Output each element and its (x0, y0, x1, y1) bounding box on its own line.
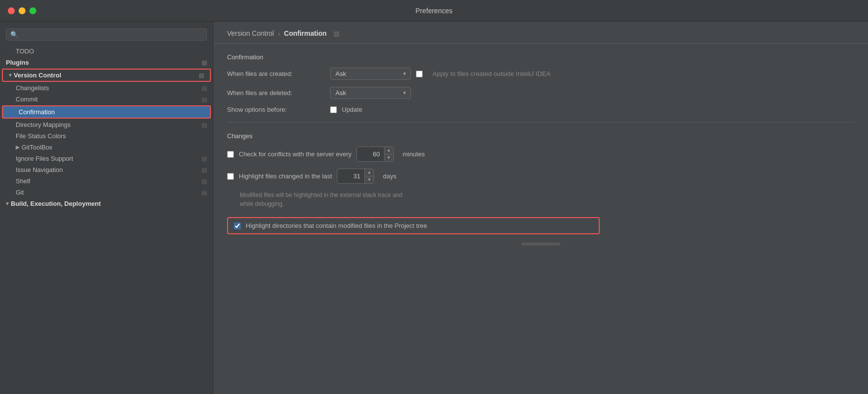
sidebar-item-commit[interactable]: Commit ▤ (0, 94, 213, 105)
issue-navigation-icon: ▤ (202, 167, 207, 173)
show-options-label: Show options before: (227, 106, 325, 113)
when-created-row: When files are created: Ask Add silently… (227, 68, 854, 80)
conflict-check-unit: minutes (403, 150, 425, 158)
sidebar-item-gittoolbox[interactable]: ▶ GitToolBox (0, 142, 213, 153)
sidebar-item-ignore-files-label: Ignore Files Support (16, 155, 73, 162)
apply-outside-label: Apply to files created outside IntelliJ … (433, 70, 551, 77)
highlight-changed-spinner-buttons: ▲ ▼ (364, 169, 374, 183)
section-divider (227, 122, 854, 123)
scroll-indicator (521, 243, 561, 246)
sidebar: 🔍 TODO Plugins ▤ ▾ Version Control ▤ Cha… (0, 22, 213, 394)
breadcrumb-settings-icon: ▤ (333, 30, 339, 37)
sidebar-item-directory-mappings[interactable]: Directory Mappings ▤ (0, 119, 213, 130)
sidebar-item-file-status-colors-label: File Status Colors (16, 132, 66, 140)
when-deleted-row: When files are deleted: Ask Remove silen… (227, 87, 854, 99)
version-control-settings-icon: ▤ (199, 72, 204, 79)
highlight-dirs-label: Highlight directories that contain modif… (246, 222, 427, 229)
highlight-changed-value[interactable] (337, 171, 364, 181)
minimize-button[interactable] (19, 7, 26, 14)
changelists-icon: ▤ (202, 85, 207, 92)
sidebar-item-plugins[interactable]: Plugins ▤ (0, 57, 213, 68)
conflict-check-increment[interactable]: ▲ (384, 147, 393, 154)
show-options-checkbox[interactable] (330, 106, 337, 113)
maximize-button[interactable] (29, 7, 36, 14)
conflict-check-value[interactable] (357, 149, 384, 159)
hint-line1: Modified files will be highlighted in th… (240, 192, 403, 198)
directory-mappings-icon: ▤ (202, 122, 207, 128)
conflict-check-spinner-buttons: ▲ ▼ (384, 147, 393, 161)
close-button[interactable] (8, 7, 15, 14)
when-created-label: When files are created: (227, 70, 325, 77)
highlight-changed-unit: days (383, 172, 396, 180)
build-chevron: ▾ (6, 200, 9, 207)
sidebar-item-version-control-label: Version Control (14, 72, 61, 79)
sidebar-item-confirmation-label: Confirmation (19, 108, 55, 116)
highlight-hint: Modified files will be highlighted in th… (240, 191, 495, 208)
hint-line2: while debugging. (240, 200, 284, 207)
sidebar-item-shelf-label: Shelf (16, 177, 30, 185)
when-deleted-select[interactable]: Ask Remove silently Do not remove (330, 87, 411, 99)
sidebar-item-changelists-label: Changelists (16, 84, 49, 92)
highlight-changed-row: Highlight files changed in the last ▲ ▼ … (227, 169, 854, 184)
content-area: Version Control › Confirmation ▤ Confirm… (213, 22, 868, 394)
search-input[interactable] (21, 31, 203, 38)
version-control-chevron: ▾ (9, 72, 12, 78)
conflict-check-checkbox[interactable] (227, 151, 234, 158)
show-options-checkbox-label: Update (342, 106, 362, 113)
highlight-changed-spinner[interactable]: ▲ ▼ (337, 169, 374, 184)
commit-icon: ▤ (202, 96, 207, 103)
breadcrumb-current: Confirmation (284, 29, 327, 37)
search-bar[interactable]: 🔍 (6, 28, 207, 41)
git-icon: ▤ (202, 189, 207, 196)
when-created-select-wrapper[interactable]: Ask Add silently Do not add ▼ (330, 68, 411, 80)
sidebar-item-plugins-label: Plugins (6, 59, 29, 66)
bottom-scroll-area (227, 234, 854, 254)
gittoolbox-chevron: ▶ (16, 144, 20, 150)
main-layout: 🔍 TODO Plugins ▤ ▾ Version Control ▤ Cha… (0, 22, 868, 394)
shelf-icon: ▤ (202, 178, 207, 185)
sidebar-item-build-execution-deployment[interactable]: ▾ Build, Execution, Deployment (0, 198, 213, 209)
conflict-check-decrement[interactable]: ▼ (384, 154, 393, 161)
highlight-dirs-row: Highlight directories that contain modif… (227, 217, 600, 234)
sidebar-item-changelists[interactable]: Changelists ▤ (0, 82, 213, 94)
sidebar-item-issue-navigation-label: Issue Navigation (16, 166, 63, 173)
apply-outside-checkbox[interactable] (416, 71, 423, 77)
sidebar-item-confirmation[interactable]: Confirmation (2, 105, 211, 119)
highlight-dirs-checkbox[interactable] (234, 222, 241, 229)
search-icon: 🔍 (10, 31, 18, 38)
sidebar-item-version-control[interactable]: ▾ Version Control ▤ (2, 69, 211, 82)
conflict-check-row: Check for conflicts with the server ever… (227, 147, 854, 162)
when-deleted-label: When files are deleted: (227, 89, 325, 97)
highlight-changed-checkbox[interactable] (227, 173, 234, 180)
highlight-changed-decrement[interactable]: ▼ (365, 176, 374, 183)
sidebar-item-ignore-files-support[interactable]: Ignore Files Support ▤ (0, 153, 213, 164)
confirmation-section-title: Confirmation (227, 53, 854, 61)
highlight-changed-label: Highlight files changed in the last (239, 172, 332, 180)
sidebar-item-commit-label: Commit (16, 96, 38, 103)
when-created-select[interactable]: Ask Add silently Do not add (330, 68, 411, 80)
breadcrumb-separator: › (278, 30, 280, 37)
sidebar-item-todo[interactable]: TODO (0, 46, 213, 57)
conflict-check-spinner[interactable]: ▲ ▼ (357, 147, 394, 162)
conflict-check-label: Check for conflicts with the server ever… (239, 150, 352, 158)
content-header: Version Control › Confirmation ▤ (213, 22, 868, 44)
plugins-settings-icon: ▤ (202, 59, 207, 66)
highlight-changed-increment[interactable]: ▲ (365, 169, 374, 176)
changes-section-title: Changes (227, 132, 854, 140)
sidebar-item-gittoolbox-label: GitToolBox (22, 144, 52, 151)
sidebar-item-issue-navigation[interactable]: Issue Navigation ▤ (0, 164, 213, 175)
sidebar-item-git-label: Git (16, 189, 24, 196)
sidebar-item-shelf[interactable]: Shelf ▤ (0, 175, 213, 187)
breadcrumb-parent: Version Control (227, 29, 274, 37)
title-bar: Preferences (0, 0, 868, 22)
content-body: Confirmation When files are created: Ask… (213, 44, 868, 264)
window-controls (8, 7, 36, 14)
show-options-row: Show options before: Update (227, 106, 854, 113)
ignore-files-icon: ▤ (202, 155, 207, 162)
sidebar-item-file-status-colors[interactable]: File Status Colors (0, 130, 213, 142)
sidebar-item-directory-mappings-label: Directory Mappings (16, 121, 71, 128)
sidebar-item-todo-label: TODO (16, 48, 34, 55)
when-deleted-select-wrapper[interactable]: Ask Remove silently Do not remove ▼ (330, 87, 411, 99)
sidebar-item-git[interactable]: Git ▤ (0, 187, 213, 198)
window-title: Preferences (415, 7, 452, 15)
